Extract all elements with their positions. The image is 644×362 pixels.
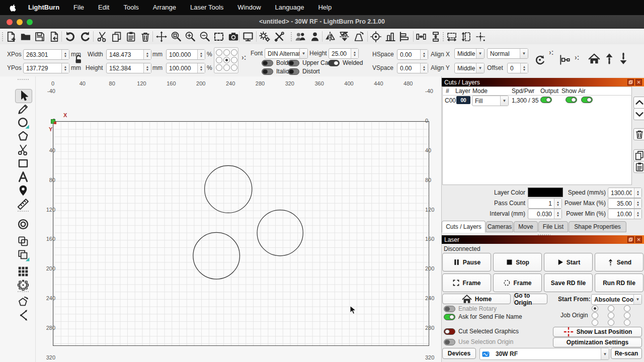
menu-item-lightburn[interactable]: LightBurn <box>21 0 66 15</box>
speed-field[interactable]: ▲▼ <box>608 188 642 198</box>
anchor-point-radio[interactable] <box>231 64 237 71</box>
distort-toggle[interactable]: Distort <box>288 68 320 75</box>
job-origin-radio[interactable] <box>592 319 598 326</box>
delete-layer-button[interactable] <box>633 128 644 140</box>
same-width-icon[interactable] <box>446 31 458 43</box>
use-selection-origin-toggle[interactable]: Use Selection Origin <box>444 338 513 345</box>
ypos-spinner[interactable]: ▲▼ <box>61 63 69 73</box>
machine-settings-icon[interactable] <box>273 31 285 43</box>
layer-show-toggle[interactable] <box>566 97 577 103</box>
toolbar-drag-handle[interactable] <box>2 32 4 41</box>
cuts-layers-panel-titlebar[interactable]: Cuts / Layers <box>442 78 644 86</box>
polygon-tool-icon[interactable] <box>15 130 31 143</box>
mirror-horizontal-icon[interactable] <box>339 31 351 43</box>
undo-icon[interactable] <box>64 31 76 43</box>
home-button[interactable]: Home <box>442 294 511 304</box>
send-button[interactable]: Send <box>595 253 643 272</box>
tab-cameras[interactable]: Cameras <box>486 221 513 232</box>
grid-array-tool-icon[interactable] <box>15 265 31 278</box>
close-panel-icon[interactable] <box>635 79 642 85</box>
job-origin-radio[interactable] <box>592 312 598 319</box>
camera-capture-icon[interactable] <box>227 31 239 43</box>
layer-air-toggle[interactable] <box>581 97 593 103</box>
anchor-point-radio[interactable] <box>223 49 230 56</box>
menu-item-tools[interactable]: Tools <box>116 0 145 15</box>
ask-send-filename-toggle[interactable]: Ask for Send File Name <box>444 313 522 320</box>
mirror-vertical-icon[interactable] <box>324 31 336 43</box>
zoom-to-page-icon[interactable] <box>170 31 182 43</box>
tab-cuts-layers[interactable]: Cuts / Layers <box>442 221 486 233</box>
menu-item-help[interactable]: Help <box>311 0 339 15</box>
menu-item-laser-tools[interactable]: Laser Tools <box>183 0 230 15</box>
anchor-point-radio[interactable] <box>216 57 222 63</box>
enable-rotary-toggle[interactable]: Enable Rotary <box>444 305 497 312</box>
toolbar-drag-handle[interactable] <box>442 32 445 41</box>
hspace-spinner[interactable]: ▲▼ <box>420 50 428 59</box>
offset-spinner[interactable]: ▲▼ <box>520 63 528 73</box>
copy-icon[interactable] <box>111 31 123 43</box>
copy-layer-button[interactable] <box>633 149 644 161</box>
move-layer-down-button[interactable] <box>633 108 644 120</box>
height-percent-spinner[interactable]: ▲▼ <box>197 63 205 73</box>
transform-expander-icon[interactable]: ›: <box>242 53 246 61</box>
two-point-position-icon[interactable] <box>474 31 487 43</box>
workspace-canvas[interactable]: 04080120160200240280320360400440480-40-4… <box>0 76 441 362</box>
frame-selection-icon[interactable] <box>213 31 225 43</box>
expander-icon[interactable]: ›: <box>549 48 553 56</box>
job-origin-radio[interactable] <box>624 319 630 326</box>
speed-spinner[interactable]: ▲▼ <box>634 188 641 198</box>
float-panel-icon[interactable] <box>627 79 634 85</box>
preview-icon[interactable] <box>242 31 254 43</box>
measure-tool-icon[interactable] <box>15 198 31 211</box>
warp-tool-icon[interactable] <box>15 295 31 308</box>
user-info-icon[interactable] <box>309 31 321 43</box>
show-last-position-button[interactable]: Show Last Position <box>553 327 642 337</box>
zoom-in-icon[interactable] <box>184 31 196 43</box>
snip-tool-icon[interactable] <box>15 143 31 156</box>
close-panel-icon[interactable] <box>635 236 642 243</box>
node-edit-tool-icon[interactable] <box>15 309 31 322</box>
pan-view-icon[interactable] <box>155 31 168 43</box>
job-origin-radio[interactable] <box>608 305 614 312</box>
welded-toggle[interactable]: Welded <box>328 59 363 66</box>
anchor-point-grid[interactable] <box>214 47 238 73</box>
width-percent-spinner[interactable]: ▲▼ <box>197 50 205 59</box>
run-rd-file-button[interactable]: Run RD file <box>595 274 643 292</box>
aspect-lock-open-icon[interactable] <box>73 54 84 66</box>
apple-menu-icon[interactable] <box>0 4 21 12</box>
height-spinner[interactable]: ▲▼ <box>143 63 151 73</box>
go-to-origin-button[interactable]: Go to Origin <box>514 294 547 304</box>
menu-item-edit[interactable]: Edit <box>91 0 116 15</box>
move-layer-up-button[interactable] <box>633 97 644 109</box>
multi-user-icon[interactable] <box>294 31 306 43</box>
layer-mode-combo[interactable]: Fill▼ <box>472 96 509 106</box>
menu-item-arrange[interactable]: Arrange <box>146 0 183 15</box>
hspace-field[interactable]: ▲▼ <box>397 49 428 60</box>
laser-panel-titlebar[interactable]: Laser <box>442 235 644 244</box>
power-max-field[interactable]: ▲▼ <box>608 198 642 209</box>
frame-button[interactable]: Frame <box>493 274 542 292</box>
height-field[interactable]: ▲▼ <box>106 63 151 73</box>
menu-item-language[interactable]: Language <box>268 0 311 15</box>
frame-button[interactable]: Frame <box>442 274 491 292</box>
power-max-spinner[interactable]: ▲▼ <box>634 199 641 208</box>
start-button[interactable]: Start <box>544 253 593 272</box>
tab-shape-properties[interactable]: Shape Properties <box>569 221 626 232</box>
height-percent-field[interactable]: ▲▼ <box>166 63 205 73</box>
text-tool-icon[interactable] <box>15 170 31 184</box>
distribute-horizontal-icon[interactable] <box>415 31 427 43</box>
width-percent-field[interactable]: ▲▼ <box>166 49 205 60</box>
anchor-point-radio[interactable] <box>216 49 222 56</box>
stop-button[interactable]: Stop <box>493 253 542 272</box>
align-y-combo[interactable]: Middle▼ <box>454 63 485 73</box>
tool-strip-handle[interactable] <box>17 78 29 81</box>
rescan-button[interactable]: Re-scan <box>611 348 642 359</box>
new-file-icon[interactable] <box>5 31 17 43</box>
job-origin-radio[interactable] <box>608 312 614 319</box>
offset-field[interactable]: ▲▼ <box>507 63 528 73</box>
width-field[interactable]: ▲▼ <box>106 49 151 60</box>
vspace-spinner[interactable]: ▲▼ <box>420 63 428 73</box>
toolbar-drag-handle[interactable] <box>290 32 293 41</box>
job-origin-radio[interactable] <box>608 319 614 326</box>
job-origin-radio[interactable] <box>624 312 630 319</box>
